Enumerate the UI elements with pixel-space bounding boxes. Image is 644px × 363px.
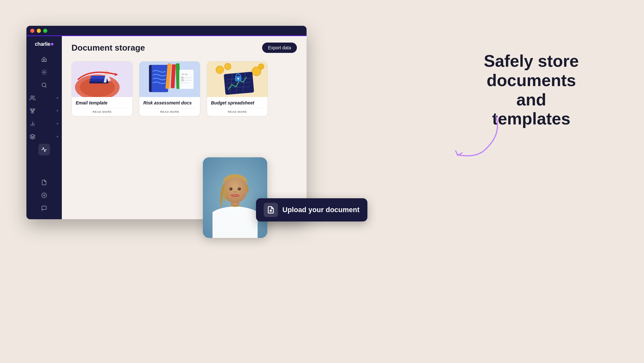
budget-spreadsheet-body: Budget spreadsheet READ MORE [207, 97, 268, 116]
budget-spreadsheet-image [207, 62, 268, 97]
logo-dot [51, 43, 53, 45]
logo[interactable]: charlie [35, 41, 53, 47]
sidebar-item-home[interactable] [38, 54, 50, 65]
upload-label: Upload your document [282, 206, 360, 214]
sidebar-item-charts[interactable]: + [26, 118, 62, 130]
main-content: Document storage Export data [62, 36, 307, 219]
logo-text: charlie [35, 41, 50, 47]
svg-point-3 [31, 96, 33, 98]
upload-button[interactable]: Upload your document [256, 198, 367, 221]
svg-rect-18 [91, 76, 107, 79]
risk-assessment-image: To do [139, 62, 200, 97]
svg-point-51 [230, 188, 231, 189]
sidebar-item-org[interactable]: + [26, 105, 62, 117]
risk-assessment-title: Risk assessment docs [143, 100, 196, 105]
sidebar-bottom [38, 177, 50, 214]
sidebar: charlie + + [26, 36, 62, 219]
org-plus-icon: + [56, 109, 59, 113]
risk-assessment-card[interactable]: To do Risk assessment docs READ MORE [139, 61, 200, 116]
risk-assessment-read-more[interactable]: READ MORE [143, 108, 196, 113]
svg-point-36 [258, 64, 264, 70]
risk-assessment-body: Risk assessment docs READ MORE [139, 97, 200, 116]
svg-point-0 [43, 72, 45, 73]
roles-plus-icon: + [56, 134, 59, 139]
page-header: Document storage Export data [62, 36, 307, 58]
sidebar-item-documents[interactable] [38, 177, 50, 188]
sidebar-item-people[interactable]: + [26, 92, 62, 104]
sidebar-item-rocket[interactable] [38, 190, 50, 201]
people-plus-icon: + [56, 96, 59, 100]
budget-spreadsheet-card[interactable]: Budget spreadsheet READ MORE [207, 61, 268, 116]
budget-spreadsheet-title: Budget spreadsheet [211, 100, 264, 105]
email-template-image [72, 62, 132, 97]
charts-plus-icon: + [56, 122, 59, 126]
email-template-body: Email template READ MORE [72, 97, 132, 116]
svg-point-34 [224, 64, 231, 70]
sidebar-item-search[interactable] [38, 79, 50, 91]
export-button[interactable]: Export data [262, 43, 297, 53]
svg-point-33 [216, 66, 224, 74]
svg-rect-24 [171, 64, 176, 88]
sidebar-item-settings[interactable] [38, 66, 50, 78]
person-card [203, 157, 267, 238]
sidebar-item-analytics[interactable] [38, 144, 50, 155]
person-photo [203, 157, 267, 238]
close-button[interactable] [30, 29, 34, 33]
upload-icon [264, 203, 278, 217]
email-template-title: Email template [76, 100, 128, 105]
svg-point-45 [237, 78, 239, 80]
svg-line-2 [45, 86, 46, 87]
page-title: Document storage [71, 43, 145, 53]
email-template-card[interactable]: Email template READ MORE [71, 61, 133, 116]
svg-point-52 [238, 188, 240, 189]
svg-text:To do: To do [182, 73, 188, 76]
maximize-button[interactable] [43, 29, 47, 33]
sidebar-item-roles[interactable]: + [26, 131, 62, 142]
arrow-decoration [438, 110, 509, 162]
budget-spreadsheet-read-more[interactable]: READ MORE [211, 108, 264, 113]
minimize-button[interactable] [37, 29, 41, 33]
cards-area: Email template READ MORE [62, 58, 307, 120]
sidebar-item-chat[interactable] [38, 202, 50, 214]
svg-marker-20 [115, 73, 118, 76]
email-template-read-more[interactable]: READ MORE [76, 108, 128, 113]
browser-titlebar [26, 26, 307, 36]
